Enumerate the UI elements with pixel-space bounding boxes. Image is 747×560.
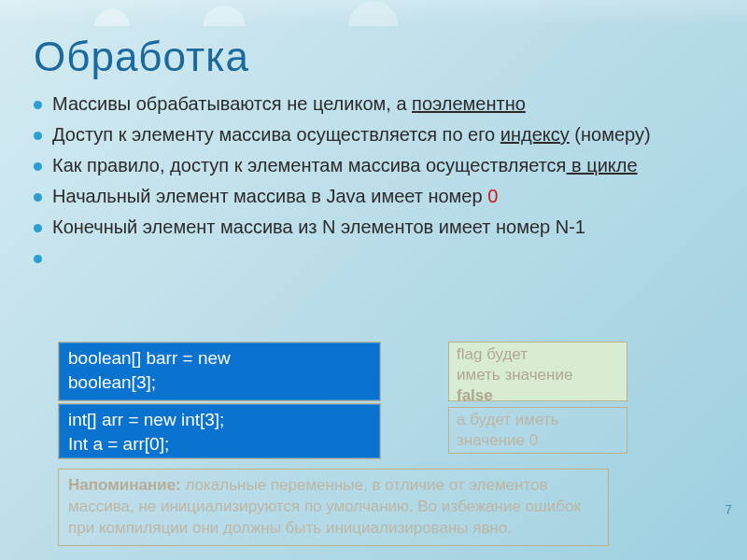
- bullet-list: Массивы обрабатываются не целиком, а поэ…: [34, 91, 713, 240]
- bullet-3-pre: Как правило, доступ к элементам массива …: [52, 155, 566, 175]
- code-box2-line1: int[] arr = new int[3];: [68, 408, 371, 432]
- bullet-1-text: Массивы обрабатываются не целиком, а: [52, 93, 412, 114]
- code-box-boolean: boolean[] barr = new boolean[3];: [58, 342, 381, 401]
- note-flag-l3: false: [457, 385, 619, 406]
- code-box2-line2: Int a = arr[0];: [68, 432, 371, 456]
- bullet-4: Начальный элемент массива в Java имеет н…: [34, 184, 713, 209]
- bullet-3-underline: в цикле: [566, 155, 637, 175]
- bullet-3: Как правило, доступ к элементам массива …: [34, 153, 713, 178]
- bullet-4-red: 0: [487, 186, 498, 206]
- reminder-box: Напоминание: локальные переменные, в отл…: [58, 469, 609, 546]
- bullet-1-underline: поэлементно: [412, 93, 526, 114]
- bullet-2-post: (номеру): [570, 124, 651, 145]
- note-a-l1: a будет иметь: [457, 410, 619, 430]
- page-number: 7: [725, 502, 732, 517]
- slide-title: Обработка: [34, 34, 713, 80]
- code-box-int: int[] arr = new int[3]; Int a = arr[0];: [58, 403, 381, 459]
- note-a-l2: значение 0: [457, 430, 619, 451]
- bullet-2-underline: индексу: [500, 124, 570, 145]
- bullet-5: Конечный элемент массива из N элементов …: [34, 215, 713, 240]
- code-box1-line1: boolean[] barr = new: [68, 346, 371, 371]
- note-flag-l1: flag будет: [457, 344, 619, 365]
- note-flag-l2: иметь значение: [457, 365, 619, 385]
- note-flag: flag будет иметь значение false: [448, 342, 627, 401]
- bullet-1: Массивы обрабатываются не целиком, а поэ…: [34, 91, 713, 117]
- reminder-bold: Напоминание:: [68, 476, 181, 494]
- code-box1-line2: boolean[3];: [68, 371, 371, 395]
- note-a: a будет иметь значение 0: [448, 407, 627, 454]
- bullet-2-pre: Доступ к элементу массива осуществляется…: [52, 124, 500, 145]
- bullet-4-pre: Начальный элемент массива в Java имеет н…: [52, 186, 487, 206]
- bullet-marker-empty: [34, 255, 42, 263]
- bullet-2: Доступ к элементу массива осуществляется…: [34, 122, 713, 147]
